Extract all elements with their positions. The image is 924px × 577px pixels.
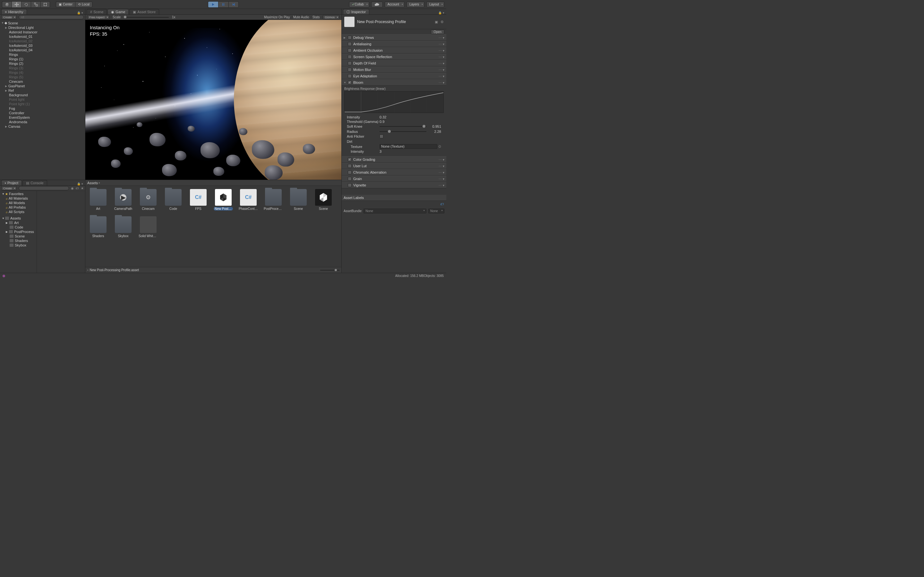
radius-slider[interactable] — [380, 129, 427, 134]
asset-item[interactable]: Code — [164, 189, 183, 211]
space-mode-button[interactable]: ⟲Local — [75, 2, 92, 7]
help-icon[interactable]: ▣ — [435, 20, 438, 24]
hierarchy-item[interactable]: ▶Canvas — [0, 124, 85, 129]
brightness-curve[interactable] — [344, 91, 444, 113]
hierarchy-item[interactable]: Cinecam — [0, 79, 85, 84]
settings-icon[interactable]: ⚙ — [441, 20, 444, 24]
favorite-item[interactable]: ⌕All Prefabs — [0, 205, 37, 210]
hierarchy-item[interactable]: IceAsteroid_04 — [0, 48, 85, 52]
hierarchy-item[interactable]: IceAsteroid_02 — [0, 39, 85, 44]
favorite-item[interactable]: ⌕All Materials — [0, 196, 37, 201]
mute-toggle[interactable]: Mute Audio — [293, 15, 309, 19]
rotate-tool[interactable] — [21, 1, 31, 8]
asset-item[interactable]: C#FPS — [188, 189, 208, 211]
layout-dropdown[interactable]: Layout — [427, 2, 444, 7]
component-menu-icon[interactable]: ⋯ ▾ — [439, 171, 444, 174]
texture-field[interactable]: None (Texture) — [380, 144, 437, 149]
folder-item[interactable]: Skybox — [0, 243, 37, 247]
panel-lock-icon[interactable]: 🔒 ▾ — [77, 11, 83, 15]
component-header[interactable]: Screen Space Reflection⋯ ▾ — [342, 53, 446, 60]
scene-tab[interactable]: #Scene — [87, 9, 107, 15]
scale-slider[interactable] — [124, 17, 169, 18]
component-checkbox[interactable] — [348, 55, 352, 59]
game-tab[interactable]: ◉Game — [108, 9, 129, 15]
component-header[interactable]: Eye Adaptation⋯ ▾ — [342, 73, 446, 79]
favorites-header[interactable]: ▼★Favorites — [0, 192, 37, 196]
component-checkbox[interactable] — [348, 164, 352, 168]
component-checkbox[interactable] — [348, 68, 352, 72]
console-tab[interactable]: ▤Console — [23, 180, 47, 185]
folder-item[interactable]: Shaders — [0, 239, 37, 243]
panel-menu-icon[interactable]: 🔒 ▾ — [77, 182, 83, 185]
component-checkbox[interactable] — [348, 61, 352, 65]
project-search[interactable] — [19, 186, 69, 190]
hierarchy-item[interactable]: Rings — [0, 52, 85, 57]
component-checkbox[interactable] — [348, 42, 352, 46]
open-button[interactable]: Open — [431, 29, 444, 34]
component-checkbox[interactable] — [348, 171, 352, 174]
favorite-item[interactable]: ⌕All Models — [0, 201, 37, 205]
label-icon[interactable]: 🏷 — [76, 187, 79, 190]
asset-item[interactable]: ▶CameraPath — [114, 189, 133, 211]
asset-labels-header[interactable]: Asset Labels — [342, 195, 446, 201]
hierarchy-item[interactable]: EventSystem — [0, 115, 85, 120]
hierarchy-tree[interactable]: ▼◆Scene ▶Directional LightAsteroid Insta… — [0, 20, 85, 180]
folder-item[interactable]: Code — [0, 225, 37, 229]
folder-item[interactable]: ▶PostProcess — [0, 229, 37, 234]
component-menu-icon[interactable]: ⋯ ▾ — [439, 184, 444, 187]
hierarchy-item[interactable]: Background — [0, 93, 85, 97]
project-create-dropdown[interactable]: Create — [1, 186, 17, 190]
hierarchy-item[interactable]: Andromeda — [0, 120, 85, 124]
pause-button[interactable] — [218, 1, 229, 8]
stats-toggle[interactable]: Stats — [312, 15, 320, 19]
component-menu-icon[interactable]: ⋯ ▾ — [439, 42, 444, 46]
hierarchy-item[interactable]: Rings (2) — [0, 61, 85, 66]
component-checkbox[interactable] — [348, 74, 352, 78]
component-menu-icon[interactable]: ⋯ ▾ — [439, 177, 444, 181]
component-header[interactable]: Grain⋯ ▾ — [342, 176, 446, 182]
threshold-value[interactable]: 0.9 — [380, 120, 384, 124]
scale-tool[interactable] — [31, 1, 40, 8]
filter-icon[interactable]: ◉ — [71, 187, 74, 190]
hierarchy-item[interactable]: Rings (3) — [0, 66, 85, 70]
component-checkbox[interactable] — [348, 48, 352, 52]
maximize-toggle[interactable]: Maximize On Play — [264, 15, 290, 19]
intensity-value[interactable]: 0.32 — [380, 115, 386, 119]
component-checkbox[interactable] — [348, 183, 352, 187]
component-menu-icon[interactable]: ⋯ ▾ — [439, 74, 444, 78]
softknee-slider[interactable] — [380, 124, 427, 129]
hierarchy-item[interactable]: Rings (1) — [0, 57, 85, 61]
component-header[interactable]: User Lut⋯ ▾ — [342, 163, 446, 169]
layers-dropdown[interactable]: Layers — [407, 2, 425, 7]
hierarchy-item[interactable]: IceAsteroid_01 — [0, 34, 85, 39]
inspector-body[interactable]: New Post-Processing Profile ▣ ⚙ Open ▶De… — [342, 15, 446, 273]
asset-item[interactable]: Scene — [314, 189, 333, 211]
bundle-variant-dropdown[interactable]: None — [428, 209, 444, 213]
asset-item[interactable]: New Post-Pr... — [214, 189, 233, 211]
move-tool[interactable] — [11, 1, 21, 8]
hierarchy-item[interactable]: IceAsteroid_03 — [0, 44, 85, 48]
component-checkbox[interactable]: ✓ — [348, 81, 352, 84]
asset-item[interactable]: Shaders — [89, 216, 108, 238]
component-checkbox[interactable] — [348, 177, 352, 181]
hand-tool[interactable] — [2, 1, 11, 8]
hierarchy-item[interactable]: Controller — [0, 111, 85, 115]
project-breadcrumb[interactable]: Assets ▸ — [85, 180, 341, 186]
scene-root[interactable]: ▼◆Scene — [0, 21, 85, 25]
component-menu-icon[interactable]: ⋯ ▾ — [439, 164, 444, 168]
hierarchy-tab[interactable]: ≡Hierarchy — [1, 9, 27, 15]
star-icon[interactable]: ★ — [81, 187, 84, 190]
hierarchy-item[interactable]: Fog — [0, 106, 85, 111]
asset-item[interactable]: PostProcessi... — [264, 189, 283, 211]
component-menu-icon[interactable]: ⋯ ▾ — [439, 49, 444, 52]
account-dropdown[interactable]: Account — [385, 2, 404, 7]
assets-header[interactable]: ▼Assets — [0, 216, 37, 221]
object-picker-icon[interactable]: ⊙ — [438, 144, 441, 148]
component-header[interactable]: Vignette⋯ ▾ — [342, 182, 446, 189]
folder-item[interactable]: Scene — [0, 234, 37, 239]
asset-item[interactable]: ⚙Cinecam — [138, 189, 158, 211]
inspector-menu-icon[interactable]: 🔒 ▾ — [438, 11, 444, 15]
component-header[interactable]: Chromatic Aberration⋯ ▾ — [342, 169, 446, 176]
asset-store-tab[interactable]: ▣Asset Store — [129, 9, 159, 15]
component-checkbox[interactable]: ✓ — [348, 158, 352, 161]
